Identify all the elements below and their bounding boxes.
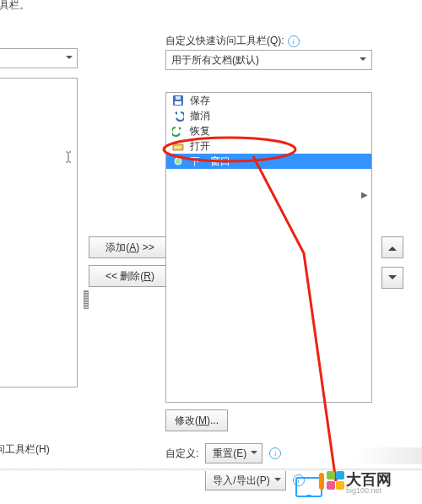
save-icon: [171, 95, 185, 106]
chevron-down-icon: [388, 275, 397, 284]
undo-icon: [171, 110, 185, 122]
import-export-dropdown[interactable]: 导入/导出(P): [205, 470, 285, 490]
window-icon: [171, 157, 185, 165]
qat-current-list[interactable]: ▶ 保存 撤消 恢复 打开: [165, 92, 372, 403]
modify-button[interactable]: 修改(M)...: [165, 409, 228, 431]
access-toolbar-link[interactable]: 问工具栏(H): [0, 442, 50, 457]
resize-handle[interactable]: [84, 290, 89, 309]
info-icon[interactable]: i: [288, 35, 300, 47]
qat-scope-value: 用于所有文档(默认): [171, 53, 259, 68]
shadow: [354, 447, 422, 464]
redo-icon: [171, 125, 185, 137]
chevron-up-icon: [388, 242, 397, 251]
cropped-text: 具栏。: [0, 0, 30, 13]
list-item-label: 下一窗口: [190, 154, 230, 169]
open-icon: [171, 140, 185, 152]
watermark-logo-icon: [319, 471, 343, 495]
list-item-label: 打开: [190, 139, 210, 154]
list-item-label: 撤消: [190, 109, 210, 123]
move-up-button[interactable]: [381, 236, 403, 258]
expand-arrow-icon[interactable]: ▶: [361, 190, 368, 199]
qat-scope-label: 自定义快速访问工具栏(Q):: [165, 34, 284, 48]
watermark-url: big100.net: [346, 487, 392, 495]
svg-rect-1: [175, 101, 181, 105]
list-item[interactable]: 撤消: [166, 108, 371, 123]
left-commands-list[interactable]: [0, 78, 78, 387]
qat-scope-combo[interactable]: 用于所有文档(默认): [165, 50, 372, 70]
list-item[interactable]: 恢复: [166, 123, 371, 138]
list-item[interactable]: 打开: [166, 138, 371, 154]
svg-point-3: [175, 158, 181, 165]
add-button[interactable]: 添加(A) >>: [89, 236, 171, 258]
left-category-combo[interactable]: [0, 48, 78, 68]
list-item-label: 恢复: [190, 124, 210, 138]
watermark: 大百网 big100.net: [319, 471, 392, 495]
watermark-text: 大百网: [346, 472, 392, 487]
info-icon[interactable]: i: [269, 447, 281, 459]
move-down-button[interactable]: [381, 267, 403, 289]
ibeam-cursor-icon: [62, 150, 75, 164]
remove-button[interactable]: << 删除(R): [89, 265, 171, 287]
svg-rect-2: [176, 96, 181, 100]
custom-label: 自定义:: [165, 447, 198, 461]
list-item[interactable]: 保存: [166, 93, 371, 108]
list-item-label: 保存: [190, 94, 210, 108]
reset-dropdown[interactable]: 重置(E): [205, 443, 262, 463]
list-item[interactable]: 下一窗口: [166, 154, 371, 169]
